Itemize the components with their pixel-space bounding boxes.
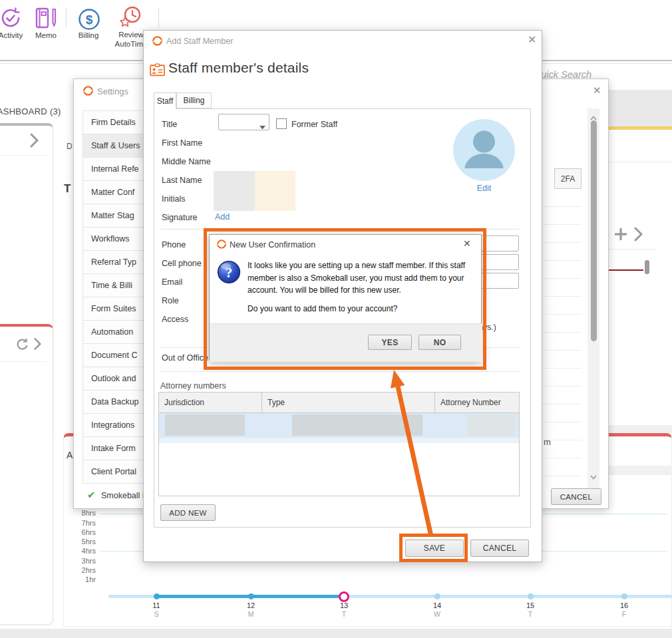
sidebar-item-label: Matter Conf <box>91 188 134 197</box>
smokeball-logo-icon <box>217 239 226 251</box>
dashboard-card-2 <box>0 324 53 625</box>
toolbar-button-activity[interactable]: Activity <box>0 4 29 51</box>
column-header-label: Jurisdiction <box>164 398 204 407</box>
staff-table-row[interactable] <box>541 404 582 422</box>
sidebar-item-label: Staff & Users <box>91 141 140 150</box>
hour-label: 3hrs <box>67 557 96 565</box>
slider-dot-12[interactable] <box>248 593 254 599</box>
sidebar-item-label: Intake Form <box>91 444 136 453</box>
field-label-initials: Initials <box>162 194 185 204</box>
day-of-week: S <box>143 610 170 618</box>
avatar-edit-link[interactable]: Edit <box>453 184 515 193</box>
sidebar-item-label: Internal Refe <box>91 164 139 174</box>
slider-dot-14[interactable] <box>434 593 440 599</box>
hour-label: 2hrs <box>67 566 96 574</box>
button-label: CANCEL <box>483 544 516 553</box>
yes-button[interactable]: YES <box>368 335 412 350</box>
staff-table-row[interactable] <box>541 189 582 207</box>
staff-table-row[interactable] <box>541 207 582 225</box>
staff-table-row[interactable] <box>541 261 582 279</box>
staff-table-row[interactable] <box>541 279 582 297</box>
former-staff-checkbox[interactable] <box>276 118 287 129</box>
field-label-out-of-office: Out of Office <box>162 353 208 363</box>
confirmation-close-icon[interactable]: ✕ <box>463 239 471 249</box>
save-button[interactable]: SAVE <box>405 540 464 557</box>
add-staff-window-title: Add Staff Member <box>166 37 234 46</box>
toolbar-label-memo: Memo <box>28 31 64 39</box>
staff-table-cell-fragment: m <box>544 437 551 447</box>
app-screen: Activity Memo $ Billing Review AutoTime … <box>0 0 672 638</box>
day-number: 15 <box>517 601 544 609</box>
staff-table-row[interactable] <box>541 387 582 404</box>
scrollbar-thumb[interactable] <box>591 120 597 341</box>
confirmation-message: It looks like you are setting up a new s… <box>248 259 474 297</box>
staff-table-row[interactable] <box>541 297 582 315</box>
attorney-table-selected-row[interactable] <box>159 413 519 438</box>
hidden-text-fragment-t: T <box>64 182 71 196</box>
card2-refresh-icon[interactable] <box>15 338 29 353</box>
signature-add-link[interactable]: Add <box>215 212 230 222</box>
toolbar-button-billing[interactable]: $ Billing <box>71 4 106 51</box>
card1-divider <box>0 155 47 156</box>
right-card-yellow-accent <box>609 126 672 130</box>
settings-close-icon[interactable]: ✕ <box>593 85 601 95</box>
slider-dot-15[interactable] <box>528 593 534 599</box>
billing-icon: $ <box>78 8 100 33</box>
slider-dot-16[interactable] <box>621 593 627 599</box>
activity-icon <box>0 7 22 32</box>
memo-icon <box>35 7 59 32</box>
column-header-type: Type <box>262 393 435 412</box>
staff-table-row[interactable] <box>541 315 582 333</box>
day-number: 13 <box>331 601 357 609</box>
no-button[interactable]: NO <box>419 335 461 350</box>
add-icon[interactable] <box>613 227 628 244</box>
right-mini-divider <box>607 249 655 249</box>
staff-table-row[interactable] <box>541 243 582 261</box>
hour-label: 4hrs <box>67 547 96 555</box>
sidebar-item-label: Firm Details <box>91 118 136 127</box>
field-label-middle-name: Middle Name <box>162 157 211 166</box>
slider-dot-13-current[interactable] <box>339 591 349 602</box>
column-header-attorney-number: Attorney Number <box>435 393 519 412</box>
svg-text:$: $ <box>86 13 93 27</box>
day-number: 16 <box>611 601 637 609</box>
expand-chevron-icon[interactable] <box>633 227 643 244</box>
sidebar-item-label: Workflows <box>91 234 129 243</box>
day-of-week: T <box>517 610 544 618</box>
staff-table-row[interactable] <box>541 333 582 351</box>
tab-billing[interactable]: Billing <box>176 92 212 108</box>
card2-divider <box>0 361 47 362</box>
staff-table-row[interactable] <box>541 225 582 243</box>
field-label-access: Access <box>162 315 188 324</box>
tab-staff[interactable]: Staff <box>154 92 176 109</box>
smokeball-logo-icon <box>152 36 162 49</box>
toolbar-button-memo[interactable]: Memo <box>28 4 64 51</box>
card2-expand-chevron-icon[interactable] <box>33 337 41 353</box>
avatar <box>453 119 515 184</box>
mini-chart-line <box>609 269 643 271</box>
cancel-button[interactable]: CANCEL <box>470 540 529 557</box>
staff-table-row[interactable] <box>541 369 582 387</box>
day-of-week: M <box>238 610 264 618</box>
card1-expand-chevron-icon[interactable] <box>29 133 39 150</box>
attorney-numbers-table: Jurisdiction Type Attorney Number <box>158 392 520 496</box>
settings-cancel-button[interactable]: CANCEL <box>551 488 601 505</box>
staff-table-row[interactable] <box>541 458 582 476</box>
day-of-week: T <box>331 610 357 618</box>
add-staff-close-icon[interactable]: ✕ <box>528 35 536 45</box>
slider-dot-11[interactable] <box>154 593 160 599</box>
staff-table-row[interactable] <box>541 351 582 369</box>
hour-label: 8hrs <box>67 509 96 517</box>
dashboard-tab-label[interactable]: DASHBOARD (3) <box>0 106 61 116</box>
hidden-text-fragment-d: D <box>67 142 73 151</box>
day-number: 12 <box>238 601 264 609</box>
sidebar-item-label: Document C <box>91 351 137 360</box>
day-of-week: F <box>611 610 637 618</box>
title-dropdown[interactable] <box>218 114 269 130</box>
field-label-last-name: Last Name <box>162 176 202 185</box>
hour-label: 1hr <box>67 575 96 583</box>
bottom-status-strip <box>0 629 672 638</box>
scrollbar-down-icon[interactable] <box>590 470 597 482</box>
redacted-cell-block <box>467 414 515 436</box>
add-new-button[interactable]: ADD NEW <box>160 504 216 521</box>
